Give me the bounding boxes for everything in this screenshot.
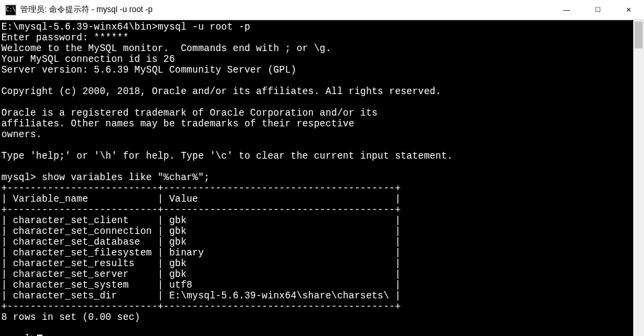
window-controls: — ☐ ✕ <box>551 0 644 19</box>
table-row: | character_set_connection | gbk | <box>1 226 401 237</box>
table-row: | character_set_server | gbk | <box>1 269 401 280</box>
line: Server version: 5.6.39 MySQL Community S… <box>1 65 297 75</box>
scroll-thumb[interactable] <box>635 22 643 48</box>
line: affiliates. Other names may be trademark… <box>1 118 355 129</box>
table-row: | character_sets_dir | E:\mysql-5.6.39-w… <box>1 290 401 301</box>
line: Welcome to the MySQL monitor. Commands e… <box>1 43 331 54</box>
line: Your MySQL connection id is 26 <box>1 54 175 65</box>
table-sep: +--------------------------+------------… <box>1 301 401 312</box>
window-title: 管理员: 命令提示符 - mysql -u root -p <box>20 4 551 15</box>
table-row: | character_set_filesystem | binary | <box>1 247 401 258</box>
terminal-area: E:\mysql-5.6.39-winx64\bin>mysql -u root… <box>0 20 644 336</box>
terminal-output[interactable]: E:\mysql-5.6.39-winx64\bin>mysql -u root… <box>0 20 644 336</box>
close-button[interactable]: ✕ <box>613 0 644 19</box>
scrollbar[interactable] <box>633 20 644 336</box>
line: Copyright (c) 2000, 2018, Oracle and/or … <box>1 86 441 97</box>
line: Enter password: ****** <box>1 32 129 43</box>
titlebar[interactable]: C:\ 管理员: 命令提示符 - mysql -u root -p — ☐ ✕ <box>0 0 644 20</box>
line: owners. <box>1 129 42 140</box>
maximize-button[interactable]: ☐ <box>582 0 613 19</box>
table-row: | character_set_results | gbk | <box>1 258 401 269</box>
query-line: mysql> show variables like "%char%"; <box>1 172 210 183</box>
table-sep: +--------------------------+------------… <box>1 183 401 194</box>
table-sep: +--------------------------+------------… <box>1 204 401 215</box>
window: C:\ 管理员: 命令提示符 - mysql -u root -p — ☐ ✕ … <box>0 0 644 336</box>
line: Type 'help;' or '\h' for help. Type '\c'… <box>1 151 453 161</box>
result-summary: 8 rows in set (0.00 sec) <box>1 312 140 323</box>
mysql-prompt: mysql> <box>1 333 36 336</box>
minimize-button[interactable]: — <box>551 0 582 19</box>
table-header: | Variable_name | Value | <box>1 194 401 204</box>
line: E:\mysql-5.6.39-winx64\bin>mysql -u root… <box>1 22 250 32</box>
cmd-icon: C:\ <box>5 5 16 15</box>
table-row: | character_set_client | gbk | <box>1 215 401 226</box>
line: Oracle is a registered trademark of Orac… <box>1 108 378 118</box>
table-row: | character_set_system | utf8 | <box>1 280 401 290</box>
table-row: | character_set_database | gbk | <box>1 237 401 247</box>
